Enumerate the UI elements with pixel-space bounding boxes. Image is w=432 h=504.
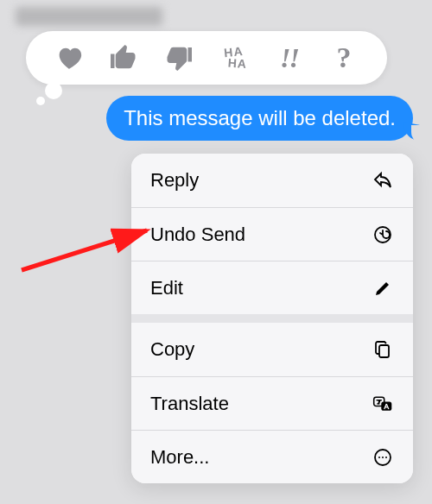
- svg-rect-3: [381, 401, 391, 410]
- menu-divider: [131, 314, 413, 323]
- menu-copy-label: Copy: [150, 338, 194, 361]
- menu-edit-label: Edit: [150, 277, 183, 299]
- menu-translate-label: Translate: [150, 393, 229, 415]
- message-bubble[interactable]: This message will be deleted.: [106, 96, 413, 141]
- context-menu: Reply Undo Send Edit Copy Translate More…: [131, 154, 413, 483]
- exclaim-icon: !!: [280, 42, 298, 74]
- reaction-bar-tail-small: [36, 97, 45, 105]
- svg-rect-1: [379, 345, 389, 357]
- message-text: This message will be deleted.: [124, 106, 396, 129]
- question-icon: ?: [337, 41, 352, 74]
- svg-point-5: [378, 457, 380, 458]
- reaction-question[interactable]: ?: [325, 39, 363, 77]
- thumbs-up-icon: [108, 42, 139, 73]
- reaction-haha[interactable]: HAHA: [215, 39, 253, 77]
- menu-reply[interactable]: Reply: [131, 154, 413, 207]
- svg-point-7: [385, 457, 387, 458]
- menu-reply-label: Reply: [150, 169, 199, 192]
- menu-edit[interactable]: Edit: [131, 261, 413, 314]
- reaction-heart[interactable]: [50, 39, 88, 77]
- reaction-bar: HAHA !! ?: [26, 31, 387, 85]
- menu-more[interactable]: More...: [131, 430, 413, 483]
- menu-translate[interactable]: Translate: [131, 376, 413, 430]
- menu-more-label: More...: [150, 446, 209, 469]
- svg-line-8: [22, 230, 147, 270]
- undo-icon: [372, 224, 394, 246]
- menu-undo-send-label: Undo Send: [150, 224, 245, 246]
- contact-name-blurred: [16, 7, 162, 26]
- reaction-bar-tail: [45, 82, 62, 99]
- haha-icon: HAHA: [223, 46, 245, 70]
- more-icon: [372, 446, 394, 469]
- menu-copy[interactable]: Copy: [131, 323, 413, 376]
- thumbs-down-icon: [163, 42, 194, 73]
- reaction-thumbs-up[interactable]: [105, 39, 143, 77]
- translate-icon: [372, 393, 394, 415]
- reaction-exclaim[interactable]: !!: [270, 39, 308, 77]
- copy-icon: [372, 338, 394, 361]
- edit-icon: [372, 277, 394, 299]
- reaction-thumbs-down[interactable]: [160, 39, 198, 77]
- svg-point-6: [382, 457, 384, 458]
- menu-undo-send[interactable]: Undo Send: [131, 207, 413, 261]
- reply-icon: [372, 169, 394, 192]
- heart-icon: [54, 43, 84, 72]
